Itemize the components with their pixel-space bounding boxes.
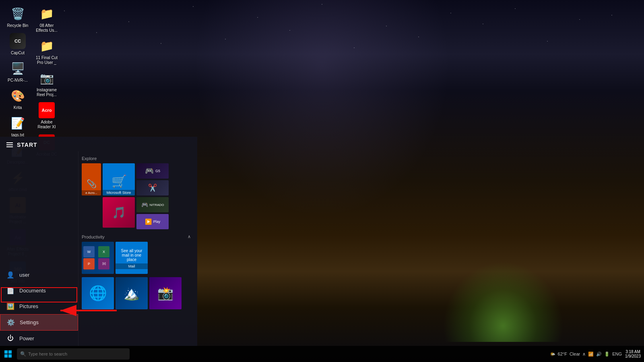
user-icon: 👤: [6, 271, 14, 279]
final-cut-pro-img: 📁: [39, 38, 55, 54]
tile-spacer: [82, 197, 101, 229]
search-wrapper: 🔍: [17, 348, 130, 360]
adobe-reader-icon[interactable]: Acro Adobe Reader XI: [32, 100, 61, 132]
explore-tiles-row: 📎 e Acro... 🛒 Microsoft Store 🎮 G5 ✂: [78, 162, 194, 196]
tile-music-icon: 🎵: [112, 206, 126, 219]
tile-office-icon: 📎: [87, 179, 97, 189]
instagram-img: 📷: [39, 70, 55, 86]
clock-date: 1/9/2023: [625, 354, 641, 358]
sidebar-user-label: user: [19, 272, 29, 278]
productivity-section-label: Productivity ∧: [78, 232, 194, 241]
taskbar-right: 🌤️ 62°F Clear ∧ 📶 🔊 🔋 ENG 3:18 AM 1/9/20…: [550, 350, 644, 358]
tile-office-partial[interactable]: 📎 e Acro...: [82, 163, 101, 195]
svg-rect-2: [4, 350, 8, 354]
pc-nvr-icon[interactable]: 🖥️ PC-NVR-...: [3, 58, 32, 85]
tile-nitrado[interactable]: 🎮 NITRADO: [136, 197, 169, 212]
krita-icon[interactable]: 🎨 Krita: [3, 85, 32, 113]
tile-nitrado-icon: 🎮: [141, 202, 148, 208]
explore-tiles-row2: 🎵 🎮 NITRADO ▶️ Play: [78, 196, 194, 230]
sidebar-power-label: Power: [19, 335, 34, 341]
tile-mail[interactable]: See all your mail in one place Mail: [116, 242, 148, 274]
adobe-reader-label: Adobe Reader XI: [34, 120, 60, 130]
mail-grid-excel: X: [98, 246, 109, 257]
tags-txt-img: 📝: [10, 115, 26, 131]
pictures-icon: 🖼️: [6, 302, 14, 310]
sidebar-item-user[interactable]: 👤 user: [0, 267, 78, 283]
sidebar-settings-label: Settings: [20, 319, 39, 325]
recycle-bin-icon[interactable]: 🗑️ Recycle Bin: [3, 3, 32, 31]
tile-edge-icon: 🌐: [89, 285, 107, 302]
sidebar-item-pictures[interactable]: 🖼️ Pictures: [0, 298, 78, 314]
tile-play[interactable]: ▶️ Play: [136, 214, 169, 229]
start-body: 👤 user 📄 Documents 🖼️ Pictures ⚙️ Settin…: [0, 151, 197, 346]
after-effects-us-img: 📁: [39, 6, 55, 22]
sidebar-item-documents[interactable]: 📄 Documents: [0, 283, 78, 298]
recycle-bin-img: 🗑️: [10, 6, 26, 22]
sidebar-item-power[interactable]: ⏻ Power: [0, 331, 78, 346]
taskbar-clock: 3:18 AM 1/9/2023: [625, 350, 641, 358]
desktop: 🗑️ Recycle Bin CC CapCut 🖥️ PC-NVR-... 🎨…: [0, 0, 644, 362]
recycle-bin-label: Recycle Bin: [7, 23, 29, 28]
sidebar-item-settings[interactable]: ⚙️ Settings: [0, 314, 78, 331]
capcut-icon[interactable]: CC CapCut: [3, 31, 32, 58]
tile-microsoft-store[interactable]: 🛒 Microsoft Store: [103, 163, 135, 195]
tile-game-label: G5: [155, 169, 160, 173]
search-input[interactable]: [17, 348, 130, 360]
weather-icon: 🌤️: [550, 352, 555, 357]
tags-txt-icon[interactable]: 📝 tags.txt: [3, 113, 32, 140]
hamburger-button[interactable]: [6, 142, 13, 147]
battery-icon: 🔋: [604, 352, 610, 357]
tile-play-label: Play: [153, 220, 161, 224]
tile-office-label: e Acro...: [82, 190, 101, 195]
tile-photos[interactable]: 🏔️: [116, 277, 148, 309]
chevron-up-icon[interactable]: ∧: [582, 352, 586, 357]
tile-nitrado-label: NITRADO: [150, 203, 164, 207]
tile-music[interactable]: 🎵: [103, 197, 135, 228]
documents-icon: 📄: [6, 287, 14, 294]
sidebar-documents-label: Documents: [19, 288, 46, 294]
final-cut-pro-icon[interactable]: 📁 11 Final Cut Pro User _: [32, 35, 61, 68]
tile-camera[interactable]: 📸: [149, 277, 182, 309]
mail-grid-365: 𝕄: [98, 258, 109, 269]
productivity-tiles-row: W X P 𝕄 See all your mail in one place M…: [78, 241, 194, 275]
tile-microsoft-store-icon: 🛒: [111, 174, 126, 188]
capcut-label: CapCut: [11, 51, 25, 56]
explore-section-label: Explore: [78, 154, 194, 162]
adobe-reader-img: Acro: [39, 102, 55, 118]
tile-photos-icon: 🏔️: [124, 286, 140, 301]
tent-decoration: [443, 261, 564, 342]
language-indicator: ENG: [612, 352, 622, 356]
start-menu: START 👤 user 📄 Documents 🖼️ Pictures: [0, 137, 197, 346]
network-icon: 📶: [588, 352, 594, 357]
tile-mail-see-all-text: See all your mail in one place: [116, 247, 148, 263]
windows-logo-icon: [4, 350, 12, 358]
pc-nvr-label: PC-NVR-...: [8, 78, 28, 83]
productivity-collapse-icon[interactable]: ∧: [188, 234, 191, 239]
tile-picsart-icon: ✂️: [148, 183, 157, 192]
mail-grid: W X P 𝕄: [82, 245, 114, 271]
tile-mail-group[interactable]: W X P 𝕄: [82, 242, 114, 274]
tile-group-music: 🎵: [103, 197, 135, 229]
tile-play-icon: ▶️: [145, 218, 152, 225]
settings-icon: ⚙️: [7, 319, 15, 326]
clock-time: 3:18 AM: [625, 350, 640, 354]
start-tiles-area: Explore 📎 e Acro... 🛒 Microsoft Store �: [78, 151, 197, 346]
after-effects-us-label: 08 After Effects Us...: [34, 23, 60, 33]
taskbar-system-icons: 🌤️ 62°F Clear ∧ 📶 🔊 🔋 ENG: [550, 352, 622, 357]
mail-grid-ppt: P: [83, 258, 95, 269]
weather-temp: 62°F: [558, 352, 567, 356]
power-icon: ⏻: [6, 335, 14, 342]
after-effects-us-icon[interactable]: 📁 08 After Effects Us...: [32, 3, 61, 35]
tile-edge[interactable]: 🌐: [82, 277, 114, 309]
final-cut-pro-label: 11 Final Cut Pro User _: [34, 56, 60, 65]
weather-condition: Clear: [570, 352, 580, 356]
start-header: START: [0, 137, 197, 151]
tile-mail-label: Mail: [116, 263, 148, 269]
svg-rect-4: [4, 354, 8, 358]
start-button[interactable]: [0, 346, 16, 362]
tile-game[interactable]: 🎮 G5: [136, 163, 169, 179]
instagram-label: Instagrame Reel Proj...: [34, 88, 60, 97]
instagram-icon[interactable]: 📷 Instagrame Reel Proj...: [32, 68, 61, 100]
tile-picsart[interactable]: ✂️: [136, 180, 169, 195]
tile-game-icon: 🎮: [145, 167, 154, 175]
